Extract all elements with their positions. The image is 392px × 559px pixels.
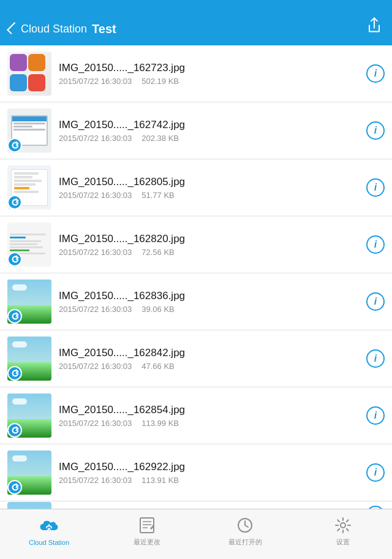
- sync-badge: [7, 309, 22, 324]
- file-date: 2015/07/22 16:30:03: [59, 77, 132, 86]
- file-name: IMG_20150....._162836.jpg: [59, 290, 361, 302]
- file-thumbnail: [7, 394, 51, 438]
- sync-badge: [7, 252, 22, 267]
- file-thumbnail: [7, 51, 51, 96]
- file-size: 47.66 KB: [141, 362, 175, 371]
- settings-icon: [333, 515, 353, 535]
- header: Cloud Station Test: [0, 0, 392, 45]
- file-name: IMG_20150....._162723.jpg: [59, 62, 361, 74]
- tab-recent-label: 最近更改: [134, 538, 160, 547]
- svg-point-9: [341, 523, 345, 528]
- list-item[interactable]: IMG_20150....._162723.jpg 2015/07/22 16:…: [0, 45, 392, 102]
- file-meta: 2015/07/22 16:30:03 502.19 KB: [59, 77, 361, 86]
- file-name: IMG_20150....._162922.jpg: [59, 461, 361, 473]
- file-date: 2015/07/22 16:30:03: [59, 305, 132, 314]
- file-thumbnail: [7, 502, 51, 509]
- file-date: 2015/07/22 16:30:03: [59, 419, 132, 428]
- file-list: IMG_20150....._162723.jpg 2015/07/22 16:…: [0, 45, 392, 509]
- info-button[interactable]: i: [366, 235, 385, 254]
- tab-opened-label: 最近打开的: [228, 538, 262, 547]
- tab-bar: Cloud Station 最近更改 最近打开的: [0, 509, 392, 559]
- list-item[interactable]: IMG_20150....._162922.jpg 2015/07/22 16:…: [0, 444, 392, 501]
- file-info: IMG_20150....._162805.jpg 2015/07/22 16:…: [59, 176, 361, 200]
- file-info: IMG_20150....._162742.jpg 2015/07/22 16:…: [59, 119, 361, 143]
- file-thumbnail: [7, 222, 51, 267]
- file-meta: 2015/07/22 16:30:03 51.77 KB: [59, 191, 361, 200]
- file-meta: 2015/07/22 16:30:03 39.06 KB: [59, 305, 361, 314]
- file-date: 2015/07/22 16:30:03: [59, 191, 132, 200]
- file-thumbnail: [7, 108, 51, 153]
- file-name: IMG_20150....._162820.jpg: [59, 233, 361, 245]
- file-info: IMG_20150....._162820.jpg 2015/07/22 16:…: [59, 233, 361, 257]
- svg-rect-1: [140, 518, 154, 533]
- file-meta: 2015/07/22 16:30:03 113.99 KB: [59, 419, 361, 428]
- svg-point-0: [48, 524, 50, 526]
- file-date: 2015/07/22 16:30:03: [59, 248, 132, 257]
- file-size: 202.38 KB: [141, 134, 179, 143]
- file-meta: 2015/07/22 16:30:03 113.91 KB: [59, 476, 361, 485]
- file-size: 113.99 KB: [141, 419, 179, 428]
- cloud-station-icon: [39, 517, 59, 536]
- file-info: IMG_20150....._162922.jpg 2015/07/22 16:…: [59, 461, 361, 485]
- tab-settings-label: 设置: [336, 538, 350, 547]
- file-info: IMG_20150....._162836.jpg 2015/07/22 16:…: [59, 290, 361, 314]
- tab-recently-opened[interactable]: 最近打开的: [196, 515, 294, 547]
- file-meta: 2015/07/22 16:30:03 202.38 KB: [59, 134, 361, 143]
- tab-settings[interactable]: 设置: [294, 515, 392, 547]
- sync-badge: [7, 138, 22, 153]
- svg-line-8: [245, 525, 248, 527]
- sync-badge: [7, 423, 22, 438]
- file-meta: 2015/07/22 16:30:03 47.66 KB: [59, 362, 361, 371]
- info-button[interactable]: i: [366, 178, 385, 197]
- file-meta: 2015/07/22 16:30:03 72.56 KB: [59, 248, 361, 257]
- info-button[interactable]: i: [366, 406, 385, 425]
- recently-opened-icon: [235, 515, 255, 535]
- page-title: Test: [92, 22, 116, 36]
- file-date: 2015/07/22 16:30:03: [59, 476, 132, 485]
- file-thumbnail: [7, 165, 51, 210]
- tab-cloud-station[interactable]: Cloud Station: [0, 517, 98, 546]
- sync-badge: [7, 195, 22, 210]
- file-size: 113.91 KB: [141, 476, 179, 485]
- file-info: IMG_20150....._162723.jpg 2015/07/22 16:…: [59, 62, 361, 86]
- info-button[interactable]: i: [366, 64, 385, 83]
- sync-badge: [7, 480, 22, 495]
- list-item[interactable]: IMG_20150....._162836.jpg 2015/07/22 16:…: [0, 273, 392, 330]
- info-button[interactable]: i: [366, 121, 385, 140]
- file-thumbnail: [7, 451, 51, 495]
- back-button[interactable]: Cloud Station: [10, 23, 87, 36]
- list-item[interactable]: IMG_20150....._162805.jpg 2015/07/22 16:…: [0, 159, 392, 216]
- list-item[interactable]: IMG_20150....._162842.jpg 2015/07/22 16:…: [0, 330, 392, 387]
- file-name: IMG_20150....._162854.jpg: [59, 404, 361, 416]
- share-button[interactable]: [366, 17, 382, 36]
- file-info: IMG_20150....._162854.jpg 2015/07/22 16:…: [59, 404, 361, 428]
- file-size: 39.06 KB: [141, 305, 175, 314]
- file-thumbnail: [7, 337, 51, 381]
- tab-cloud-label: Cloud Station: [29, 539, 69, 546]
- file-date: 2015/07/22 16:30:03: [59, 362, 132, 371]
- file-size: 72.56 KB: [141, 248, 175, 257]
- file-size: 51.77 KB: [141, 191, 175, 200]
- list-item[interactable]: IMG_20150....._162820.jpg 2015/07/22 16:…: [0, 216, 392, 273]
- sync-badge: [7, 366, 22, 381]
- back-label: Cloud Station: [21, 23, 87, 36]
- list-item-partial: IMG_20150....._162933.jpg i: [0, 501, 392, 509]
- recent-changes-icon: [137, 515, 157, 535]
- tab-recent-changes[interactable]: 最近更改: [98, 515, 196, 547]
- file-info: IMG_20150....._162842.jpg 2015/07/22 16:…: [59, 347, 361, 371]
- info-button[interactable]: i: [366, 292, 385, 311]
- file-name: IMG_20150....._162742.jpg: [59, 119, 361, 131]
- file-thumbnail: [7, 280, 51, 324]
- file-name: IMG_20150....._162805.jpg: [59, 176, 361, 188]
- info-button[interactable]: i: [366, 463, 385, 482]
- info-button[interactable]: i: [366, 349, 385, 368]
- list-item[interactable]: IMG_20150....._162854.jpg 2015/07/22 16:…: [0, 387, 392, 444]
- file-size: 502.19 KB: [141, 77, 179, 86]
- file-name: IMG_20150....._162842.jpg: [59, 347, 361, 359]
- file-date: 2015/07/22 16:30:03: [59, 134, 132, 143]
- list-item[interactable]: IMG_20150....._162742.jpg 2015/07/22 16:…: [0, 102, 392, 159]
